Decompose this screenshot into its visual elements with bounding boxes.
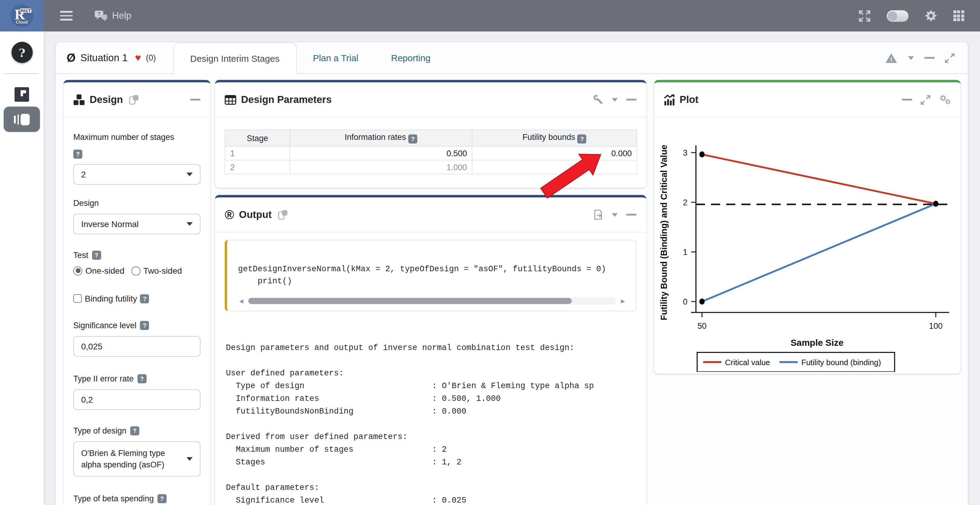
design-card-header: Design — [64, 83, 210, 118]
tab-plan-a-trial[interactable]: Plan a Trial — [296, 42, 375, 73]
code-horizontal-scrollbar: ◄ ► — [238, 297, 626, 305]
collapse-plot-button[interactable] — [902, 99, 912, 100]
x-tick-label: 100 — [929, 322, 942, 330]
type2-help-icon[interactable]: ? — [137, 374, 146, 383]
sidebar-divider — [4, 73, 39, 74]
boundaries-chart[interactable]: Futility Bound (Binding) and Critical Va… — [659, 119, 956, 372]
copy-icon[interactable] — [278, 210, 288, 220]
collapse-panel-button[interactable] — [924, 57, 935, 59]
expand-plot-icon[interactable] — [921, 95, 930, 105]
scroll-left-icon[interactable]: ◄ — [238, 297, 245, 305]
stage-cell: 1 — [225, 146, 290, 160]
collapse-design-parameters-button[interactable] — [626, 99, 636, 100]
significance-label: Significance level ? — [73, 320, 200, 330]
legend-label: Futility bound (binding) — [801, 358, 881, 367]
max-stages-select[interactable]: 2 — [73, 164, 200, 185]
wrench-icon[interactable] — [593, 94, 603, 105]
panel-icon-bar — [17, 114, 19, 124]
red-annotation-arrow — [534, 146, 609, 203]
binding-futility-row: Binding futility ? — [73, 294, 200, 303]
information-rate-cell[interactable]: 0.500 — [290, 146, 472, 160]
situation-body: Design Maximum number of stages ? 2 — [56, 74, 968, 505]
type-of-design-value: O'Brien & Fleming type alpha spending (a… — [81, 448, 182, 470]
brand-logo[interactable]: R PACT Cloud — [0, 0, 44, 32]
expand-panel-icon[interactable] — [945, 53, 955, 63]
collapse-output-button[interactable] — [626, 214, 636, 216]
max-stages-label: Maximum number of stages — [73, 132, 200, 142]
output-card-title: Output — [239, 209, 272, 221]
svg-text:?: ? — [97, 11, 101, 17]
chart-legend: Critical value Futility bound (binding) — [697, 353, 895, 372]
collapse-design-button[interactable] — [190, 99, 200, 100]
binding-futility-checkbox[interactable] — [73, 294, 82, 303]
significance-help-icon[interactable]: ? — [140, 321, 149, 330]
two-sided-label: Two-sided — [143, 266, 182, 276]
information-rates-help-icon[interactable]: ? — [408, 134, 417, 143]
situation-header: Ø Situation 1 ♥ (0) — [56, 42, 170, 73]
warning-dropdown-caret-icon[interactable] — [908, 56, 914, 60]
y-tick-label: 3 — [683, 148, 687, 157]
hamburger-menu-icon[interactable] — [60, 9, 73, 23]
axes-lines — [691, 145, 949, 313]
topbar: R PACT Cloud ? Help — [0, 0, 980, 32]
sidebar-item-situations[interactable] — [14, 87, 29, 102]
binding-futility-help-icon[interactable]: ? — [140, 294, 149, 303]
information-rate-cell[interactable]: 1.000 — [290, 160, 472, 174]
code-line: print() — [238, 276, 626, 287]
plot-settings-gears-icon[interactable] — [939, 94, 951, 105]
settings-gear-icon[interactable] — [925, 10, 937, 22]
scrollbar-track[interactable] — [248, 297, 616, 305]
user-avatar[interactable]: ? — [11, 42, 33, 63]
r-code-block: getDesignInverseNormal(kMax = 2, typeOfD… — [225, 240, 636, 311]
warning-icon[interactable]: ! — [885, 52, 897, 63]
design-parameters-header: Design Parameters — [215, 83, 646, 118]
design-type-select[interactable]: Inverse Normal — [73, 214, 200, 234]
output-text: Design parameters and output of inverse … — [226, 341, 636, 505]
wrench-dropdown-caret-icon[interactable] — [612, 98, 618, 102]
legend-label: Critical value — [725, 358, 770, 367]
tab-design-interim-stages[interactable]: Design Interim Stages — [173, 42, 296, 74]
topbar-actions — [859, 10, 980, 22]
copy-icon[interactable] — [129, 94, 139, 105]
type-of-design-select[interactable]: O'Brien & Fleming type alpha spending (a… — [73, 441, 200, 476]
fullscreen-icon[interactable] — [859, 10, 870, 22]
design-card: Design Maximum number of stages ? 2 — [64, 80, 210, 505]
export-icon[interactable] — [593, 210, 603, 220]
critical-value-line — [702, 154, 936, 204]
theme-toggle[interactable] — [887, 10, 908, 22]
futility-bounds-column-header: Futility bounds ? — [472, 130, 637, 146]
type2-error-input[interactable]: 0,2 — [73, 389, 200, 410]
max-stages-value: 2 — [81, 170, 86, 179]
output-card: ® Output — [215, 195, 646, 505]
test-label: Test ? — [73, 250, 200, 260]
toggle-knob — [888, 11, 897, 20]
scroll-right-icon[interactable]: ► — [620, 297, 626, 305]
data-point — [699, 151, 705, 157]
futility-bounds-help-icon[interactable]: ? — [578, 134, 587, 143]
y-tick-label: 2 — [683, 198, 687, 207]
logo-cloud-text: Cloud — [16, 20, 28, 24]
max-stages-help-icon[interactable]: ? — [73, 149, 83, 159]
situation-tabbar: Ø Situation 1 ♥ (0) Design Interim Stage… — [56, 42, 968, 74]
one-sided-radio[interactable] — [73, 266, 83, 275]
futility-bound-line — [702, 204, 936, 302]
design-card-body: Maximum number of stages ? 2 Design Inve… — [64, 118, 210, 504]
significance-value: 0,025 — [81, 341, 102, 351]
tab-reporting[interactable]: Reporting — [375, 42, 447, 73]
favorite-heart-icon[interactable]: ♥ — [135, 52, 141, 64]
sidebar-item-active-view[interactable] — [4, 106, 40, 132]
type-of-design-help-icon[interactable]: ? — [130, 426, 139, 435]
beta-spending-help-icon[interactable]: ? — [158, 494, 167, 503]
scrollbar-thumb[interactable] — [248, 298, 572, 304]
export-dropdown-caret-icon[interactable] — [612, 213, 618, 216]
test-help-icon[interactable]: ? — [92, 251, 101, 260]
apps-grid-icon[interactable] — [953, 10, 964, 21]
situation-actions: ! — [885, 42, 968, 73]
help-label: Help — [112, 10, 131, 21]
help-menu[interactable]: ? Help — [94, 10, 131, 22]
significance-input[interactable]: 0,025 — [73, 336, 200, 357]
two-sided-radio[interactable] — [131, 266, 140, 275]
type2-error-label: Type II error rate ? — [73, 373, 200, 384]
y-tick-label: 0 — [683, 297, 687, 306]
panel-icon-bar — [14, 115, 16, 123]
